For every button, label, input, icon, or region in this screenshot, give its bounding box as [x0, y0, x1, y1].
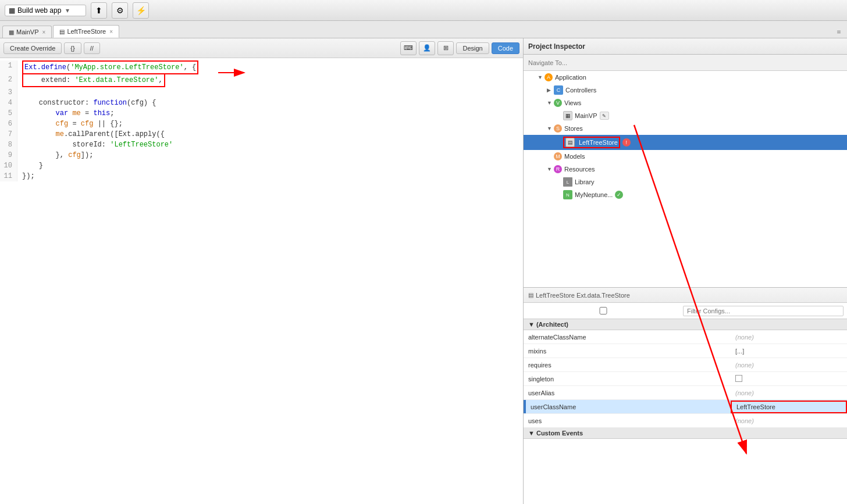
tree-label-library: Library — [575, 178, 595, 185]
config-section-customevents[interactable]: ▼ Custom Events — [524, 428, 847, 439]
stores-icon: S — [554, 124, 562, 133]
tree-item-stores[interactable]: ▼ S Stores — [524, 122, 847, 135]
tree-panel: ▼ A Application ▶ C Controllers ▼ V View… — [524, 71, 847, 288]
tree-label-myneptune: MyNeptune... — [575, 191, 613, 198]
tree-label-mainvp: MainVP — [575, 112, 597, 119]
config-key: userClassName — [526, 402, 731, 412]
tab-mainvp-close[interactable]: × — [42, 29, 46, 35]
navigate-area — [524, 55, 847, 71]
code-area[interactable]: 1 Ext.define('MyApp.store.LeftTreeStore'… — [0, 58, 523, 504]
config-filter-input[interactable] — [683, 306, 844, 316]
config-row-requires: requires (none) — [524, 358, 847, 372]
line-content-9: }, cfg]); — [17, 150, 93, 160]
nep-icon: N — [563, 190, 572, 199]
arrow-icon: ▶ — [547, 87, 554, 93]
config-filter-checkbox[interactable] — [527, 307, 679, 314]
tree-item-myneptune[interactable]: N MyNeptune... ✓ — [524, 188, 847, 201]
config-header-text: LeftTreeStore Ext.data.TreeStore — [536, 292, 630, 299]
person-button[interactable]: 👤 — [419, 41, 435, 55]
code-line-10: 10 } — [0, 160, 523, 171]
arrow-icon: ▼ — [547, 166, 554, 172]
tab-mainvp-icon: ▦ — [9, 29, 14, 35]
app-title-area[interactable]: ▦ Build web app ▾ — [5, 5, 86, 16]
res-icon: R — [554, 165, 562, 173]
view-icon: V — [554, 99, 562, 107]
line-num-3: 3 — [0, 87, 17, 98]
tree-label-controllers: Controllers — [565, 87, 596, 94]
braces-button[interactable]: {} — [64, 42, 81, 54]
lefttreestore-error-badge: ! — [622, 138, 631, 146]
code-line-1: 1 Ext.define('MyApp.store.LeftTreeStore'… — [0, 60, 523, 74]
config-key: userAlias — [524, 388, 731, 398]
line-num-5: 5 — [0, 108, 17, 119]
code-button[interactable]: Code — [492, 42, 519, 54]
line-content-11: }); — [17, 171, 35, 181]
config-section-architect[interactable]: ▼ (Architect) — [524, 319, 847, 330]
config-value[interactable]: [...] — [731, 346, 847, 356]
tree-item-views[interactable]: ▼ V Views — [524, 96, 847, 109]
section-customevents-label: Custom Events — [536, 430, 583, 437]
config-value[interactable]: (none) — [731, 388, 847, 398]
config-title-icon: ▤ — [528, 292, 533, 298]
config-row-userAlias: userAlias (none) — [524, 386, 847, 400]
config-filter — [524, 303, 847, 319]
tab-lefttreestore[interactable]: ▤ LeftTreeStore × — [53, 25, 119, 38]
config-row-mixins: mixins [...] — [524, 344, 847, 358]
line-content-8: storeId: 'LeftTreeStore' — [17, 140, 173, 150]
line-content-4: constructor: function(cfg) { — [17, 98, 156, 108]
line-num-2: 2 — [0, 74, 17, 87]
mainvp-icon: ▦ — [563, 111, 572, 120]
line-num-10: 10 — [0, 160, 17, 171]
code-line-2: 2 extend: 'Ext.data.TreeStore', — [0, 74, 523, 87]
flash-button[interactable]: ⚡ — [133, 2, 149, 19]
code-line-3: 3 — [0, 87, 523, 98]
tree-item-models[interactable]: M Models — [524, 150, 847, 163]
keyboard-icon: ⌨ — [404, 44, 413, 52]
config-value[interactable] — [731, 373, 847, 385]
config-value-userClassName[interactable]: LeftTreeStore — [731, 401, 847, 413]
code-line-5: 5 var me = this; — [0, 108, 523, 119]
keyboard-button[interactable]: ⌨ — [400, 41, 417, 55]
flash-icon: ⚡ — [136, 6, 146, 15]
config-row-uses: uses (none) — [524, 414, 847, 428]
settings-button[interactable]: ⚙ — [112, 2, 128, 19]
config-value[interactable]: (none) — [731, 332, 847, 342]
tree-item-mainvp[interactable]: ▦ MainVP ✎ — [524, 109, 847, 122]
create-override-button[interactable]: Create Override — [3, 42, 62, 54]
config-value[interactable]: (none) — [731, 416, 847, 426]
myneptune-ok-badge: ✓ — [615, 191, 623, 199]
tree-item-resources[interactable]: ▼ R Resources — [524, 163, 847, 176]
line-num-6: 6 — [0, 119, 17, 129]
tree-item-library[interactable]: L Library — [524, 176, 847, 188]
config-value[interactable]: (none) — [731, 360, 847, 370]
config-key: mixins — [524, 346, 731, 356]
tab-lefttreestore-close[interactable]: × — [109, 28, 113, 35]
app-icon: A — [544, 73, 553, 81]
main-content: Create Override {} // ⌨ 👤 ⊞ Design Code … — [0, 38, 847, 504]
tab-collapse-button[interactable]: = — [833, 26, 845, 38]
code-line-7: 7 me.callParent([Ext.apply({ — [0, 129, 523, 140]
comment-button[interactable]: // — [84, 42, 100, 54]
lefttreestore-selected-box: ▤ LeftTreeStore — [563, 137, 620, 148]
singleton-checkbox[interactable] — [735, 375, 742, 382]
config-key: singleton — [524, 374, 731, 384]
tree-label-resources: Resources — [564, 166, 595, 173]
config-key: uses — [524, 416, 731, 426]
app-title-label: Build web app — [17, 6, 61, 15]
navigate-input[interactable] — [528, 59, 842, 66]
tree-item-controllers[interactable]: ▶ C Controllers — [524, 84, 847, 96]
table-button[interactable]: ⊞ — [437, 41, 454, 55]
code-line-11: 11 }); — [0, 171, 523, 181]
lib-icon: L — [563, 177, 572, 187]
line-content-3 — [17, 87, 26, 98]
table-icon: ⊞ — [443, 44, 449, 52]
tree-item-application[interactable]: ▼ A Application — [524, 71, 847, 84]
tree-item-lefttreestore[interactable]: ▤ LeftTreeStore ! — [524, 135, 847, 150]
config-key: requires — [524, 360, 731, 370]
mainvp-edit-badge: ✎ — [600, 112, 609, 120]
arrow-icon: ▼ — [547, 126, 554, 131]
upload-button[interactable]: ⬆ — [91, 2, 107, 19]
dropdown-arrow-icon[interactable]: ▾ — [66, 6, 69, 15]
tab-mainvp[interactable]: ▦ MainVP × — [2, 26, 52, 38]
design-button[interactable]: Design — [456, 42, 489, 54]
